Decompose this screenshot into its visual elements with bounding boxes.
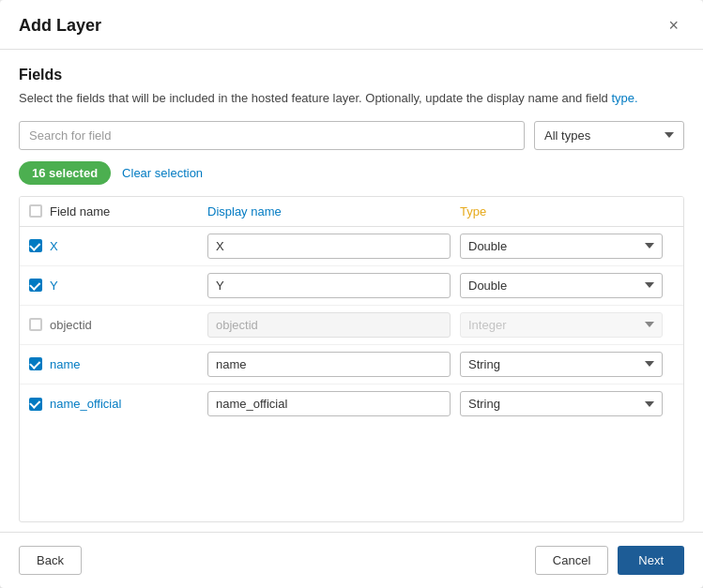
type-cell: Double String Integer xyxy=(460,269,666,302)
section-desc-text: Select the fields that will be included … xyxy=(19,91,608,105)
field-name-cell: X xyxy=(20,234,207,259)
dialog-body: Fields Select the fields that will be in… xyxy=(0,50,703,532)
table-row: name_official String Double Integer xyxy=(20,384,683,424)
type-select[interactable]: String Double Integer xyxy=(460,391,663,416)
table-body: X Double String Integer xyxy=(20,227,683,424)
dialog-footer: Back Cancel Next xyxy=(0,532,703,588)
field-label[interactable]: name_official xyxy=(50,397,121,411)
back-button[interactable]: Back xyxy=(19,546,82,575)
row-checkbox[interactable] xyxy=(29,398,42,411)
type-cell: String Double Integer xyxy=(460,348,666,381)
section-title: Fields xyxy=(19,67,684,83)
type-select[interactable]: Double String Integer xyxy=(460,234,663,259)
field-name-cell: name xyxy=(20,352,207,377)
th-field-name: Field name xyxy=(20,204,207,219)
row-checkbox[interactable] xyxy=(29,279,42,292)
fields-table: Field name Display name Type X xyxy=(19,196,684,523)
field-label[interactable]: name xyxy=(50,357,81,371)
header-checkbox[interactable] xyxy=(29,204,42,218)
display-name-cell xyxy=(207,269,460,302)
field-name-cell: Y xyxy=(20,273,207,298)
clear-selection-button[interactable]: Clear selection xyxy=(122,166,203,180)
next-button[interactable]: Next xyxy=(618,546,684,575)
display-name-input[interactable] xyxy=(207,391,451,416)
type-cell: Double String Integer xyxy=(460,230,666,263)
table-header: Field name Display name Type xyxy=(20,197,683,227)
section-description: Select the fields that will be included … xyxy=(19,89,684,108)
display-name-cell xyxy=(207,348,460,381)
footer-right-actions: Cancel Next xyxy=(535,546,684,575)
section-desc-link[interactable]: type. xyxy=(611,91,637,105)
type-filter-select[interactable]: All types xyxy=(534,121,684,150)
dialog-title: Add Layer xyxy=(19,16,101,36)
dialog-header: Add Layer × xyxy=(0,0,703,50)
type-cell: String Double Integer xyxy=(460,387,666,420)
table-row: objectid Integer xyxy=(20,306,683,345)
add-layer-dialog: Add Layer × Fields Select the fields tha… xyxy=(0,0,703,588)
type-select[interactable]: String Double Integer xyxy=(460,352,663,377)
table-row: Y Double String Integer xyxy=(20,266,683,306)
display-name-input[interactable] xyxy=(207,273,451,298)
display-name-cell xyxy=(207,387,460,420)
display-name-cell xyxy=(207,309,460,341)
display-name-input xyxy=(207,312,451,338)
row-checkbox[interactable] xyxy=(29,239,42,252)
type-select[interactable]: Double String Integer xyxy=(460,273,663,298)
table-row: X Double String Integer xyxy=(20,227,683,266)
type-select: Integer xyxy=(460,312,663,338)
row-checkbox[interactable] xyxy=(29,357,42,370)
display-name-input[interactable] xyxy=(207,234,451,259)
table-row: name String Double Integer xyxy=(20,345,683,384)
search-input[interactable] xyxy=(19,121,525,150)
th-type: Type xyxy=(460,204,666,219)
row-checkbox[interactable] xyxy=(29,318,42,331)
cancel-button[interactable]: Cancel xyxy=(535,546,608,575)
filters-row: All types xyxy=(19,121,684,150)
selected-badge: 16 selected xyxy=(19,161,111,185)
display-name-cell xyxy=(207,230,460,263)
field-name-cell: name_official xyxy=(20,391,207,416)
type-cell: Integer xyxy=(460,309,666,341)
field-name-cell: objectid xyxy=(20,312,207,338)
selection-row: 16 selected Clear selection xyxy=(19,161,684,185)
field-label[interactable]: Y xyxy=(50,279,58,293)
field-label[interactable]: objectid xyxy=(50,318,92,332)
th-display-name: Display name xyxy=(207,204,460,219)
display-name-input[interactable] xyxy=(207,352,451,377)
field-label[interactable]: X xyxy=(50,239,58,253)
close-button[interactable]: × xyxy=(663,15,684,36)
